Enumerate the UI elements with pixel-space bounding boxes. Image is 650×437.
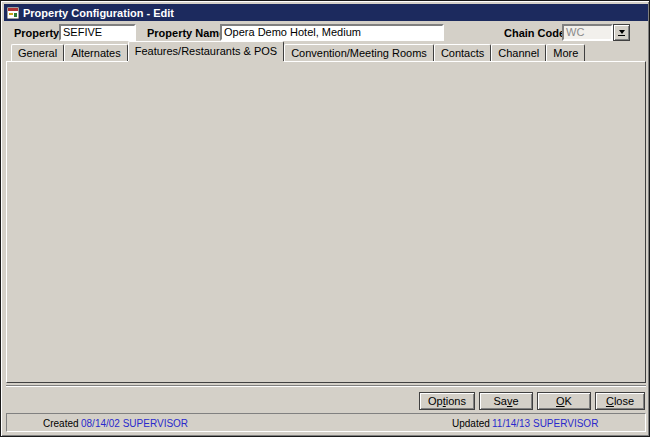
updated-label: Updated: [452, 418, 490, 429]
status-bar: Created 08/14/02 SUPERVISOR Updated 11/1…: [6, 413, 646, 432]
main-panel: [6, 61, 646, 383]
property-configuration-window: Property Configuration - Edit Property S…: [0, 0, 650, 437]
property-name-input[interactable]: Opera Demo Hotel, Medium: [220, 24, 444, 41]
tab-channel[interactable]: Channel: [491, 44, 546, 61]
tab-more[interactable]: More: [546, 44, 585, 61]
close-button[interactable]: Close: [595, 392, 645, 410]
tab-strip: GeneralAlternatesFeatures/Restaurants & …: [11, 43, 585, 61]
app-icon: [7, 7, 19, 19]
tab-convention-meeting-rooms[interactable]: Convention/Meeting Rooms: [284, 44, 434, 61]
save-button[interactable]: Save: [479, 392, 533, 410]
tab-alternates[interactable]: Alternates: [64, 44, 128, 61]
chevron-down-icon: [619, 30, 625, 34]
created-label: Created: [43, 418, 79, 429]
title-bar[interactable]: Property Configuration - Edit: [4, 4, 648, 21]
ok-button[interactable]: OK: [537, 392, 591, 410]
chain-code-dropdown-button[interactable]: [613, 24, 630, 41]
tab-general[interactable]: General: [11, 44, 64, 61]
footer-divider: [6, 385, 646, 387]
updated-value: 11/14/13 SUPERVISOR: [492, 418, 598, 429]
options-button[interactable]: Options: [419, 392, 475, 410]
property-label: Property: [14, 27, 59, 39]
tab-contacts[interactable]: Contacts: [434, 44, 491, 61]
property-name-label: Property Name: [147, 27, 225, 39]
chain-code-label: Chain Code: [504, 27, 565, 39]
property-input[interactable]: SEFIVE: [59, 24, 136, 41]
tab-features-restaurants-pos[interactable]: Features/Restaurants & POS: [128, 41, 284, 61]
chain-code-input[interactable]: WC: [562, 24, 613, 41]
created-value: 08/14/02 SUPERVISOR: [81, 418, 188, 429]
window-title: Property Configuration - Edit: [23, 7, 174, 19]
